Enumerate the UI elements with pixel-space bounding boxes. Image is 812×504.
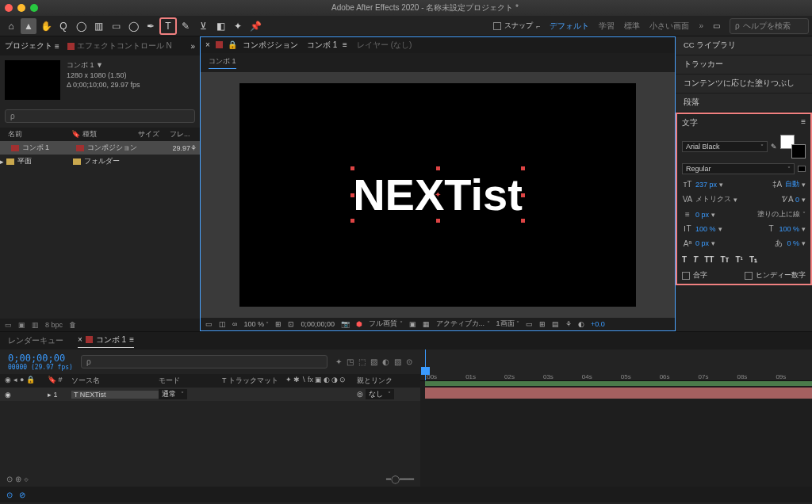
panel-cc-libraries[interactable]: CC ライブラリ [676, 36, 812, 55]
col-fps[interactable]: フレ... [170, 129, 193, 139]
workspace-more[interactable]: » [699, 21, 703, 30]
shy-icon[interactable]: ⬚ [358, 357, 366, 366]
bpc-button[interactable]: 8 bpc [45, 321, 63, 329]
stroke-color-swatch[interactable] [791, 144, 806, 158]
mode-col-header[interactable]: モード [159, 376, 222, 386]
layer-duration-bar[interactable] [425, 388, 812, 399]
timeline-search-input[interactable]: ρ [81, 355, 327, 368]
handle-tl[interactable] [350, 166, 354, 170]
alpha-icon[interactable]: ◫ [219, 320, 226, 328]
close-window-button[interactable] [5, 4, 13, 12]
handle-tr[interactable] [521, 166, 525, 170]
interpret-icon[interactable]: ▭ [5, 321, 12, 329]
motion-blur-icon[interactable]: ◐ [382, 357, 389, 366]
handle-tm[interactable] [436, 166, 440, 170]
playhead[interactable] [425, 349, 426, 380]
solo-col-icon[interactable]: ● [20, 376, 24, 386]
roto-tool[interactable]: ✦ [230, 18, 246, 34]
hindi-digits-checkbox[interactable]: ヒンディー数字 [745, 270, 806, 281]
col-size[interactable]: サイズ [138, 129, 170, 139]
tab-composition[interactable]: × 🔒 コンポジション コンボ 1 ≡ [205, 40, 347, 51]
tab-effect-controls[interactable]: エフェクトコントロール N [67, 40, 172, 52]
comp-thumbnail[interactable] [5, 60, 60, 100]
toggle-switches-icon[interactable]: ⊙ ⊕ ⟐ [6, 475, 29, 483]
baseline-input[interactable]: Aª0 px ▾ [682, 239, 715, 248]
timeline-track-area[interactable]: :00s 01s 02s 03s 04s 05s 06s 07s 08s 09s… [420, 349, 812, 487]
ellipse-tool[interactable]: ◯ [125, 18, 141, 34]
timeline-icon[interactable]: ▤ [552, 320, 559, 328]
current-time[interactable]: 0;00;00;00 [301, 320, 335, 328]
project-item-comp1[interactable]: コンボ 1 コンポジション 29.97 ⚘ [0, 141, 200, 155]
views-dropdown[interactable]: 1画面 ˅ [496, 319, 520, 329]
res-icon[interactable]: ⊞ [275, 320, 282, 328]
layer-parent-dropdown[interactable]: なし˅ [366, 389, 394, 399]
composition-viewer[interactable]: NEXTist ✦ [201, 72, 675, 318]
workspace-default[interactable]: デフォルト [550, 21, 589, 32]
delete-icon[interactable]: 🗑 [69, 321, 76, 329]
exposure-value[interactable]: +0.0 [591, 320, 605, 328]
selection-tool[interactable]: ▲ [21, 18, 36, 34]
tab-render-queue[interactable]: レンダーキュー [8, 335, 63, 346]
stroke-order-dropdown[interactable]: 塗りの上に線 ˅ [757, 209, 806, 220]
ligatures-checkbox[interactable]: 合字 [682, 270, 707, 281]
mask-icon[interactable]: ∞ [232, 320, 237, 328]
panel-paragraph[interactable]: 段落 [676, 94, 812, 113]
lock-col-icon[interactable]: 🔒 [26, 376, 35, 386]
brain-icon[interactable]: ⊙ [406, 357, 412, 366]
exposure-reset-icon[interactable]: ◐ [578, 320, 584, 328]
hscale-input[interactable]: T100 % ▾ [765, 224, 806, 233]
project-item-solids[interactable]: ▸ 平面 フォルダー [0, 155, 200, 168]
draft3d-icon[interactable]: ◳ [347, 357, 354, 366]
audio-col-icon[interactable]: ◂ [13, 376, 17, 386]
faux-italic[interactable]: T [693, 255, 698, 264]
faux-bold[interactable]: T [682, 255, 687, 264]
handle-br[interactable] [521, 219, 525, 223]
tab-timeline-comp[interactable]: × コンボ 1 ≡ [78, 334, 134, 348]
maximize-window-button[interactable] [30, 4, 38, 12]
all-caps[interactable]: TT [704, 255, 714, 264]
video-col-icon[interactable]: ◉ [5, 376, 11, 386]
small-caps[interactable]: Tт [720, 255, 729, 264]
handle-ml[interactable] [350, 193, 354, 197]
composition-canvas[interactable]: NEXTist ✦ [239, 83, 636, 307]
comp-flow-tab[interactable]: コンボ 1 [209, 56, 236, 69]
home-tool[interactable]: ⌂ [3, 18, 19, 34]
character-panel-menu[interactable]: ≡ [801, 117, 806, 128]
help-search-input[interactable]: ρヘルプを検索 [730, 18, 809, 34]
hand-tool[interactable]: ✋ [38, 18, 54, 34]
frame-blend-icon[interactable]: ▨ [370, 357, 377, 366]
layer-video-toggle[interactable]: ◉ [5, 391, 11, 399]
new-folder-icon[interactable]: ▣ [18, 321, 25, 329]
tab-project[interactable]: プロジェクト ≡ [5, 40, 59, 52]
pen-tool[interactable]: ✒ [143, 18, 159, 34]
source-col-header[interactable]: ソース名 [71, 376, 159, 386]
workspace-learn[interactable]: 学習 [599, 21, 615, 32]
stroke-width-input[interactable]: ≡0 px ▾ [682, 210, 715, 219]
orbit-tool[interactable]: ◯ [73, 18, 89, 34]
switches-col-header[interactable]: ✦✱∖fx▣◐◑⊙ [285, 376, 357, 386]
snap-toggle[interactable]: スナップ ⌐ [493, 21, 540, 31]
comp-mini-flowchart-icon[interactable]: ✦ [335, 357, 342, 366]
index-col-header[interactable]: 🔖 # [48, 376, 71, 386]
vscale-input[interactable]: ⅠT100 % ▾ [682, 224, 722, 233]
channel-icon[interactable]: ⬢ [356, 320, 362, 328]
renderer-icon[interactable]: ⊞ [539, 320, 546, 328]
puppet-tool[interactable]: 📌 [247, 18, 263, 34]
font-family-dropdown[interactable]: Arial Black˅ [682, 141, 768, 152]
comp-name[interactable]: コンボ 1 ▼ [67, 60, 140, 71]
leading-input[interactable]: ‡A自動 ▾ [772, 179, 806, 189]
minimize-window-button[interactable] [17, 4, 25, 12]
col-type[interactable]: 🔖 種類 [71, 129, 138, 139]
fast-preview-icon[interactable]: ▭ [526, 320, 533, 328]
view-dropdown[interactable]: アクティブカ... ˅ [436, 319, 490, 329]
trackmatte-col-header[interactable]: T トラックマット [222, 376, 285, 386]
brush-tool[interactable]: ✎ [178, 18, 193, 34]
layer-mode-dropdown[interactable]: 通常˅ [159, 389, 187, 399]
col-name[interactable]: 名前 [0, 129, 71, 139]
tracking-input[interactable]: ᏤA0 ▾ [782, 195, 806, 204]
color-swatches[interactable] [780, 135, 806, 158]
grid-icon[interactable]: ⊡ [288, 320, 294, 328]
flowchart-icon[interactable]: ⚘ [190, 144, 197, 152]
type-tool[interactable]: T [160, 18, 176, 34]
timecode-display[interactable]: 0;00;00;00 00000 (29.97 fps) [8, 353, 73, 371]
